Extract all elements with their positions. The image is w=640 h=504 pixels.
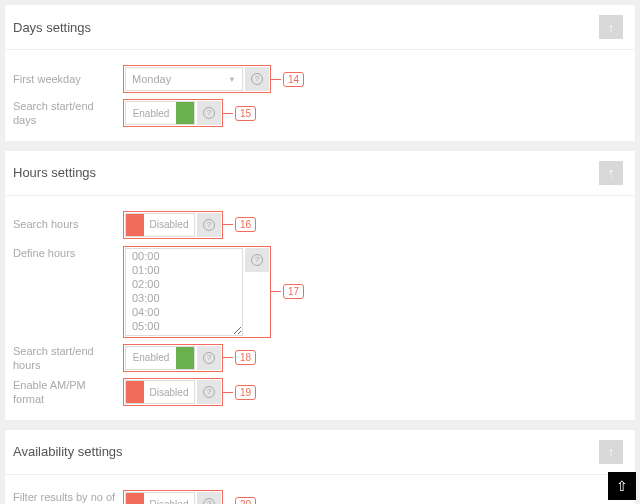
hours-option[interactable]: 01:00	[126, 263, 242, 277]
availability-title: Availability settings	[13, 444, 123, 459]
search-days-row: Search start/end days Enabled ? 15	[5, 96, 635, 131]
search-hours-label: Search hours	[13, 217, 123, 231]
hours-option[interactable]: 02:00	[126, 277, 242, 291]
connector	[271, 79, 281, 80]
help-icon: ?	[251, 73, 263, 85]
help-icon: ?	[203, 219, 215, 231]
hours-option[interactable]: 00:00	[126, 249, 242, 263]
ampm-label: Enable AM/PM format	[13, 378, 123, 407]
search-hours-help-button[interactable]: ?	[197, 213, 221, 237]
callout-15: 15	[235, 106, 256, 121]
hours-collapse-button[interactable]: ↑	[599, 161, 623, 185]
filter-control: Disabled ? 20	[123, 490, 256, 504]
callout-16: 16	[235, 217, 256, 232]
search-days-toggle[interactable]: Enabled	[125, 101, 195, 125]
define-hours-row: Define hours 00:0001:0002:0003:0004:0005…	[5, 242, 635, 341]
hours-option[interactable]: 05:00	[126, 319, 242, 333]
chevron-down-icon: ▼	[228, 75, 236, 84]
connector	[223, 224, 233, 225]
filter-outline: Disabled ?	[123, 490, 223, 504]
connector	[223, 357, 233, 358]
hours-header: Hours settings ↑	[5, 151, 635, 196]
help-icon: ?	[203, 107, 215, 119]
days-header: Days settings ↑	[5, 5, 635, 50]
hours-option[interactable]: 04:00	[126, 305, 242, 319]
search-days-control: Enabled ? 15	[123, 99, 256, 127]
first-weekday-row: First weekday Monday ▼ ? 14	[5, 62, 635, 96]
filter-toggle[interactable]: Disabled	[125, 492, 195, 504]
days-settings-panel: Days settings ↑ First weekday Monday ▼ ?…	[4, 4, 636, 142]
define-hours-help-button[interactable]: ?	[245, 248, 269, 272]
filter-label: Filter results by no of items available	[13, 490, 123, 504]
help-icon: ?	[203, 386, 215, 398]
help-icon: ?	[251, 254, 263, 266]
arrow-up-icon: ⇧	[616, 478, 628, 494]
callout-20: 20	[235, 497, 256, 504]
filter-toggle-text: Disabled	[144, 493, 194, 504]
scroll-to-top-button[interactable]: ⇧	[608, 472, 636, 500]
first-weekday-outline: Monday ▼ ?	[123, 65, 271, 93]
define-hours-label: Define hours	[13, 246, 123, 260]
search-hours-outline: Disabled ?	[123, 211, 223, 239]
search-sehours-help-button[interactable]: ?	[197, 346, 221, 370]
hours-settings-panel: Hours settings ↑ Search hours Disabled ?…	[4, 150, 636, 421]
hours-title: Hours settings	[13, 165, 96, 180]
hours-option[interactable]: 03:00	[126, 291, 242, 305]
ampm-toggle-text: Disabled	[144, 381, 194, 403]
first-weekday-control: Monday ▼ ? 14	[123, 65, 304, 93]
connector	[223, 392, 233, 393]
help-icon: ?	[203, 352, 215, 364]
define-hours-control: 00:0001:0002:0003:0004:0005:00 ? 17	[123, 246, 304, 338]
toggle-knob	[126, 493, 144, 504]
help-icon: ?	[203, 498, 215, 504]
toggle-knob	[126, 381, 144, 403]
days-collapse-button[interactable]: ↑	[599, 15, 623, 39]
first-weekday-select[interactable]: Monday ▼	[125, 67, 243, 91]
search-hours-toggle[interactable]: Disabled	[125, 213, 195, 237]
callout-17: 17	[283, 284, 304, 299]
days-title: Days settings	[13, 20, 91, 35]
availability-collapse-button[interactable]: ↑	[599, 440, 623, 464]
toggle-knob	[126, 214, 144, 236]
search-days-label: Search start/end days	[13, 99, 123, 128]
ampm-toggle[interactable]: Disabled	[125, 380, 195, 404]
search-hours-toggle-text: Disabled	[144, 214, 194, 236]
availability-settings-panel: Availability settings ↑ Filter results b…	[4, 429, 636, 504]
callout-19: 19	[235, 385, 256, 400]
ampm-help-button[interactable]: ?	[197, 380, 221, 404]
search-sehours-control: Enabled ? 18	[123, 344, 256, 372]
callout-18: 18	[235, 350, 256, 365]
arrow-up-icon: ↑	[608, 165, 615, 180]
ampm-outline: Disabled ?	[123, 378, 223, 406]
toggle-knob	[176, 102, 194, 124]
filter-row: Filter results by no of items available …	[5, 487, 635, 504]
availability-header: Availability settings ↑	[5, 430, 635, 475]
define-hours-listbox[interactable]: 00:0001:0002:0003:0004:0005:00	[125, 248, 243, 336]
search-hours-control: Disabled ? 16	[123, 211, 256, 239]
ampm-control: Disabled ? 19	[123, 378, 256, 406]
search-sehours-toggle[interactable]: Enabled	[125, 346, 195, 370]
ampm-row: Enable AM/PM format Disabled ? 19	[5, 375, 635, 410]
filter-help-button[interactable]: ?	[197, 492, 221, 504]
connector	[271, 291, 281, 292]
search-sehours-row: Search start/end hours Enabled ? 18	[5, 341, 635, 376]
search-sehours-toggle-text: Enabled	[126, 347, 176, 369]
search-sehours-outline: Enabled ?	[123, 344, 223, 372]
arrow-up-icon: ↑	[608, 20, 615, 35]
toggle-knob	[176, 347, 194, 369]
search-days-toggle-text: Enabled	[126, 102, 176, 124]
callout-14: 14	[283, 72, 304, 87]
connector	[223, 113, 233, 114]
search-days-outline: Enabled ?	[123, 99, 223, 127]
first-weekday-value: Monday	[132, 73, 171, 85]
first-weekday-help-button[interactable]: ?	[245, 67, 269, 91]
search-days-help-button[interactable]: ?	[197, 101, 221, 125]
arrow-up-icon: ↑	[608, 444, 615, 459]
define-hours-outline: 00:0001:0002:0003:0004:0005:00 ?	[123, 246, 271, 338]
search-hours-row: Search hours Disabled ? 16	[5, 208, 635, 242]
search-sehours-label: Search start/end hours	[13, 344, 123, 373]
first-weekday-label: First weekday	[13, 72, 123, 86]
